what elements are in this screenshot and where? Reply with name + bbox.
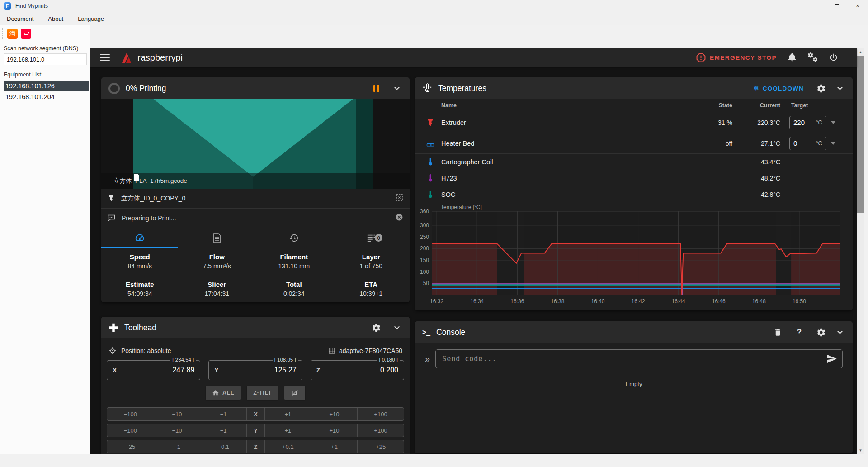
home-icon (212, 389, 219, 396)
jog-z-plus-1[interactable]: +1 (311, 440, 358, 453)
webview-scrollbar[interactable]: ▲ ▼ (857, 48, 864, 454)
scroll-down-arrow[interactable]: ▼ (857, 447, 864, 454)
stat-estimate: Estimate54:09:34 (101, 275, 179, 302)
console-gear-icon[interactable] (816, 327, 826, 338)
temperatures-gear-icon[interactable] (816, 83, 826, 94)
jog-y-plus-10[interactable]: +10 (311, 424, 358, 437)
toolhead-chevron-icon[interactable] (392, 322, 402, 333)
maximize-button[interactable] (826, 0, 847, 12)
send-button[interactable] (826, 353, 837, 364)
console-chevron-icon[interactable] (835, 327, 845, 338)
pause-button[interactable] (371, 83, 382, 94)
console-card: >_ Console ? » Empty (415, 321, 853, 453)
svg-text:16:36: 16:36 (510, 298, 524, 305)
toolhead-gear-icon[interactable] (371, 322, 382, 333)
close-circle-icon (395, 213, 403, 221)
jog-y-plus-1[interactable]: +1 (264, 424, 311, 437)
exclude-object-button[interactable] (396, 194, 403, 203)
heater-bed-target-dropdown-caret[interactable] (831, 142, 835, 145)
prompt-chevrons-icon: » (425, 354, 430, 364)
z-position-field[interactable]: [ 0.180 ] Z 0.200 (311, 360, 404, 380)
taobao-button[interactable]: 淘 (7, 29, 18, 39)
tab-speed[interactable] (101, 228, 179, 248)
equipment-item-selected[interactable]: 192.168.101.126 (4, 81, 89, 91)
terminal-prompt-icon: >_ (422, 328, 430, 336)
jog-x-plus-1[interactable]: +1 (264, 408, 311, 420)
toolbar-drag-handle[interactable] (2, 28, 4, 39)
scan-input[interactable] (4, 53, 87, 65)
temperature-chart: Temperature [°C] 5010015020025030036016:… (415, 202, 853, 310)
mainsail-logo[interactable] (120, 52, 132, 64)
dismiss-message-button[interactable] (395, 213, 403, 223)
jog-y-minus-10[interactable]: −10 (154, 424, 200, 437)
settings-gears-icon[interactable] (807, 52, 818, 63)
motors-off-button[interactable] (284, 386, 305, 400)
jog-z-plus-01[interactable]: +0.1 (264, 440, 311, 453)
menu-about[interactable]: About (48, 15, 63, 22)
z-tilt-button[interactable]: Z-TILT (247, 386, 278, 400)
current-object-name: 立方体_ID_0_COPY_0 (121, 195, 185, 203)
x-position-field[interactable]: [ 234.54 ] X 247.89 (107, 360, 200, 380)
jog-x-minus-10[interactable]: −10 (154, 408, 200, 420)
jog-y-plus-100[interactable]: +100 (357, 424, 404, 437)
printer-webview: raspberrypi EMERGENCY STOP (90, 48, 864, 454)
jog-z-minus-25[interactable]: −25 (107, 440, 154, 453)
current-file-bar: 立方体_PLA_17h5m.gcode (101, 173, 410, 189)
jog-z-plus-25[interactable]: +25 (357, 440, 404, 453)
jog-x-minus-1[interactable]: −1 (200, 408, 246, 420)
current-filename: 立方体_PLA_17h5m.gcode (113, 177, 187, 185)
equipment-item[interactable]: 192.168.101.204 (4, 91, 89, 102)
cooldown-button[interactable]: ❄ COOLDOWN (753, 84, 804, 92)
temp-row-soc: SOC 42.8°C (415, 186, 853, 202)
y-position-field[interactable]: [ 108.05 ] Y 125.27 (208, 360, 302, 380)
power-icon[interactable] (828, 52, 839, 63)
svg-text:16:46: 16:46 (712, 298, 726, 305)
heater-bed-target-input[interactable]: °C (789, 137, 826, 150)
tmall-button[interactable] (21, 29, 31, 39)
extruder-target-dropdown-caret[interactable] (831, 121, 835, 124)
temperature-chart-plot[interactable]: 5010015020025030036016:3216:3416:3616:38… (415, 202, 853, 310)
temperature-table-header: Name State Current Target (415, 99, 853, 112)
print-stats-row-2: Estimate54:09:34 Slicer17:04:31 Total0:0… (101, 275, 410, 302)
collapse-chevron-icon[interactable] (392, 83, 402, 94)
jog-x-plus-10[interactable]: +10 (311, 408, 358, 420)
tab-history[interactable] (255, 228, 333, 248)
help-icon[interactable]: ? (794, 327, 805, 338)
home-all-button[interactable]: ALL (206, 386, 241, 400)
printer-hostname[interactable]: raspberrypi (137, 52, 183, 63)
queue-count-badge: 0 (375, 234, 382, 242)
equipment-list: 192.168.101.126 192.168.101.204 (0, 81, 90, 102)
homing-buttons-row: ALL Z-TILT (101, 386, 410, 401)
tab-file[interactable] (179, 228, 256, 248)
menu-document[interactable]: Document (7, 15, 33, 22)
menu-icon[interactable] (100, 54, 110, 61)
extruder-target-input[interactable]: °C (789, 116, 826, 129)
minimize-button[interactable] (806, 0, 826, 12)
bed-mesh-indicator[interactable]: adaptive-7F8047CA50 (328, 347, 402, 354)
jog-x-plus-100[interactable]: +100 (357, 408, 404, 420)
emergency-stop-button[interactable]: EMERGENCY STOP (696, 53, 777, 62)
temperatures-chevron-icon[interactable] (835, 83, 845, 94)
position-mode-label: Position: absolute (121, 347, 171, 354)
jog-z-minus-01[interactable]: −0.1 (200, 440, 246, 453)
toolhead-card: Toolhead Position: absolute adaptive-7F8… (101, 317, 410, 454)
jog-x-minus-100[interactable]: −100 (107, 408, 154, 420)
toolhead-title: Toolhead (124, 323, 156, 333)
jog-y-minus-1[interactable]: −1 (200, 424, 246, 437)
tab-queue[interactable]: 0 (333, 228, 410, 248)
scrollbar-thumb[interactable] (857, 56, 864, 213)
titlebar: F Find Myprints × (0, 0, 868, 12)
close-button[interactable]: × (847, 0, 868, 12)
temp-row-cartographer-coil: Cartographer Coil 43.4°C (415, 153, 853, 170)
notifications-bell-icon[interactable] (787, 52, 797, 63)
toolhead-header: Toolhead (101, 317, 410, 338)
jog-y-minus-100[interactable]: −100 (107, 424, 154, 437)
jog-z-minus-1[interactable]: −1 (154, 440, 200, 453)
trash-icon[interactable] (772, 327, 783, 338)
scan-label: Scan network segment (DNS) (4, 45, 90, 52)
taobao-icon: 淘 (9, 29, 15, 38)
console-input[interactable] (435, 349, 843, 368)
scroll-up-arrow[interactable]: ▲ (857, 48, 864, 56)
jog-row-x: −100 −10 −1 X +1 +10 +100 (107, 407, 404, 421)
menu-language[interactable]: Language (78, 15, 104, 22)
